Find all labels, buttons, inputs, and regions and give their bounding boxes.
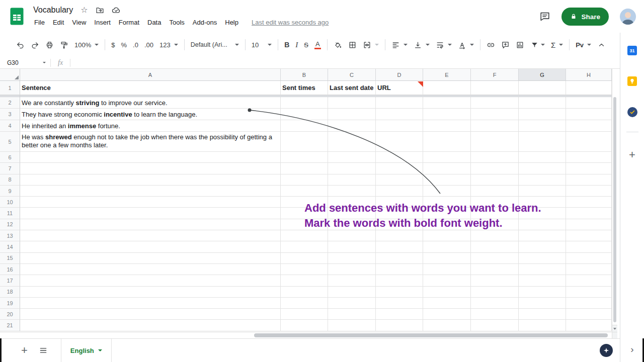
row-header-18[interactable]: 18 — [0, 287, 20, 298]
cell-B18[interactable] — [281, 287, 328, 298]
insert-link-button[interactable] — [484, 36, 498, 53]
cell-E15[interactable] — [423, 253, 471, 264]
cell-G21[interactable] — [519, 320, 566, 331]
cell-C17[interactable] — [328, 275, 376, 286]
print-button[interactable] — [42, 36, 57, 53]
cell-G6[interactable] — [519, 152, 566, 163]
cell-F9[interactable] — [471, 186, 519, 197]
cell-H2[interactable] — [566, 97, 612, 109]
comment-history-icon[interactable] — [539, 11, 550, 22]
row-header-13[interactable]: 13 — [0, 230, 20, 241]
row-header-17[interactable]: 17 — [0, 275, 20, 286]
row-header-14[interactable]: 14 — [0, 241, 20, 252]
cell-A21[interactable] — [20, 320, 281, 331]
cell-D13[interactable] — [376, 230, 423, 241]
cell-G1[interactable] — [519, 81, 566, 95]
sheets-logo-icon[interactable] — [10, 8, 24, 25]
cell-B20[interactable] — [281, 309, 328, 320]
move-folder-icon[interactable] — [96, 6, 104, 15]
cell-A19[interactable] — [20, 298, 281, 309]
cell-H21[interactable] — [566, 320, 612, 331]
cell-A9[interactable] — [20, 186, 281, 197]
cell-E6[interactable] — [423, 152, 471, 163]
row-header-1[interactable]: 1 — [0, 81, 20, 95]
decrease-decimal-button[interactable]: .0 — [130, 36, 141, 53]
font-size-select[interactable]: 10 — [249, 36, 275, 53]
cell-E9[interactable] — [423, 186, 471, 197]
cell-H19[interactable] — [566, 298, 612, 309]
fill-color-button[interactable] — [331, 36, 345, 53]
cell-F3[interactable] — [471, 109, 519, 120]
document-title[interactable]: Vocabulary — [33, 6, 73, 15]
column-header-E[interactable]: E — [423, 69, 471, 81]
hide-toolbar-button[interactable] — [594, 36, 609, 53]
cell-D17[interactable] — [376, 275, 423, 286]
column-header-H[interactable]: H — [566, 69, 612, 81]
cell-E20[interactable] — [423, 309, 471, 320]
cell-A3[interactable]: They have strong economic incentive to l… — [20, 109, 281, 120]
redo-button[interactable] — [28, 36, 42, 53]
cell-C14[interactable] — [328, 241, 376, 252]
cell-F17[interactable] — [471, 275, 519, 286]
cell-A14[interactable] — [20, 241, 281, 252]
cell-E7[interactable] — [423, 163, 471, 174]
cell-G4[interactable] — [519, 120, 566, 132]
undo-button[interactable] — [13, 36, 28, 53]
row-header-11[interactable]: 11 — [0, 208, 20, 219]
text-rotation-button[interactable] — [455, 36, 477, 53]
menu-help[interactable]: Help — [221, 18, 243, 27]
column-header-F[interactable]: F — [471, 69, 519, 81]
cell-D18[interactable] — [376, 287, 423, 298]
row-header-10[interactable]: 10 — [0, 197, 20, 208]
cell-B8[interactable] — [281, 174, 328, 186]
cell-G17[interactable] — [519, 275, 566, 286]
sheet-tab-english[interactable]: English — [61, 339, 112, 362]
star-icon[interactable]: ☆ — [80, 6, 88, 14]
cell-F13[interactable] — [471, 230, 519, 241]
cell-C7[interactable] — [328, 163, 376, 174]
cell-C5[interactable] — [328, 132, 376, 152]
cell-B17[interactable] — [281, 275, 328, 286]
cell-H4[interactable] — [566, 120, 612, 132]
name-box[interactable]: G30 — [0, 57, 50, 68]
text-color-button[interactable]: A — [311, 36, 324, 53]
cell-C15[interactable] — [328, 253, 376, 264]
share-button[interactable]: Share — [561, 8, 609, 26]
cell-A17[interactable] — [20, 275, 281, 286]
cell-H17[interactable] — [566, 275, 612, 286]
insert-comment-button[interactable] — [498, 36, 513, 53]
cell-G9[interactable] — [519, 186, 566, 197]
cell-E21[interactable] — [423, 320, 471, 331]
account-avatar[interactable] — [620, 9, 636, 25]
cell-D6[interactable] — [376, 152, 423, 163]
text-wrap-button[interactable] — [433, 36, 455, 53]
cell-F18[interactable] — [471, 287, 519, 298]
cell-A11[interactable] — [20, 208, 281, 219]
cell-D4[interactable] — [376, 120, 423, 132]
cell-A16[interactable] — [20, 264, 281, 275]
number-format-menu[interactable]: 123 — [156, 36, 181, 53]
column-header-D[interactable]: D — [376, 69, 423, 81]
menu-format[interactable]: Format — [115, 18, 143, 27]
cell-H9[interactable] — [566, 186, 612, 197]
cell-F8[interactable] — [471, 174, 519, 186]
cell-F14[interactable] — [471, 241, 519, 252]
cell-E14[interactable] — [423, 241, 471, 252]
cell-B4[interactable] — [281, 120, 328, 132]
cell-F20[interactable] — [471, 309, 519, 320]
cell-C18[interactable] — [328, 287, 376, 298]
select-all-corner[interactable] — [0, 69, 20, 81]
cell-B6[interactable] — [281, 152, 328, 163]
cell-F7[interactable] — [471, 163, 519, 174]
cell-G20[interactable] — [519, 309, 566, 320]
cell-A15[interactable] — [20, 253, 281, 264]
row-header-12[interactable]: 12 — [0, 219, 20, 230]
cell-G13[interactable] — [519, 230, 566, 241]
cell-F6[interactable] — [471, 152, 519, 163]
cell-C20[interactable] — [328, 309, 376, 320]
cell-G19[interactable] — [519, 298, 566, 309]
row-header-4[interactable]: 4 — [0, 120, 20, 132]
cell-D3[interactable] — [376, 109, 423, 120]
cell-B15[interactable] — [281, 253, 328, 264]
cell-B2[interactable] — [281, 97, 328, 109]
